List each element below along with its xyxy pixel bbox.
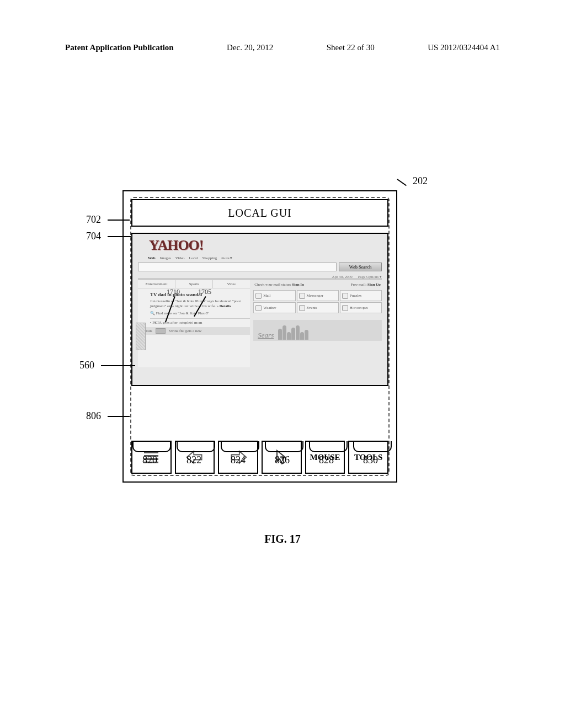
ref-560: 560	[79, 360, 94, 371]
sign-in-link[interactable]: Sign In	[292, 282, 304, 287]
tab-shopping[interactable]: Shopping	[202, 256, 217, 260]
page-header: Patent Application Publication Dec. 20, …	[65, 43, 500, 52]
yahoo-logo[interactable]: YAHOO!	[149, 237, 382, 254]
mail-status-label: Check your mail status:	[254, 282, 291, 287]
weather-icon	[255, 305, 262, 311]
ad-banner[interactable]: Sears	[253, 320, 382, 341]
brace-830	[353, 441, 392, 452]
ref-806: 806	[86, 410, 101, 422]
ad-silhouette-icon	[278, 325, 308, 340]
horoscopes-icon	[342, 305, 348, 311]
pub-sheet: Sheet 22 of 30	[327, 43, 375, 52]
brace-824	[221, 441, 259, 452]
ref-702: 702	[86, 214, 101, 226]
leader-704	[108, 236, 131, 237]
leader-806	[108, 416, 130, 417]
footer-thumb-icon	[156, 328, 166, 334]
story-footer: Details Swine flu' gets a new	[138, 327, 250, 335]
local-gui-titlebar: LOCAL GUI	[131, 199, 388, 227]
events-icon	[299, 305, 305, 311]
ref-828: 828	[319, 454, 334, 466]
services-column: Check your mail status: Sign In Free mai…	[253, 280, 382, 367]
figure-label: FIG. 17	[0, 533, 565, 545]
puzzles-icon	[342, 293, 348, 299]
ref-1710: 1710	[167, 288, 180, 296]
free-mail-label: Free mail:	[351, 282, 367, 287]
brace-828	[309, 441, 348, 452]
web-search-button[interactable]: Web Search	[339, 263, 382, 271]
tab-web[interactable]: Web	[148, 256, 156, 260]
yahoo-search-tabs[interactable]: Web Images Video Local Shopping more ▾	[148, 256, 387, 260]
brace-822	[177, 441, 215, 452]
pub-date: Dec. 20, 2012	[227, 43, 273, 52]
leader-560	[101, 365, 135, 366]
device-frame: LOCAL GUI YAHOO! Web Images Video Local …	[122, 190, 397, 483]
ref-830: 830	[363, 454, 378, 466]
page-options-link[interactable]: Page Options ▾	[358, 275, 382, 277]
messenger-icon	[299, 293, 305, 299]
tile-weather[interactable]: Weather	[253, 302, 295, 313]
story-findmore[interactable]: 🔍 Find more on "Jon & Kate Plus 8"	[150, 311, 247, 316]
ref-1705: 1705	[198, 288, 211, 296]
ref-202: 202	[413, 175, 428, 187]
mail-icon	[255, 293, 262, 299]
tile-mail[interactable]: Mail	[253, 290, 295, 301]
news-column: Entertainment Sports Video TV dad in pho…	[138, 280, 250, 367]
search-input[interactable]	[138, 263, 337, 271]
tile-events[interactable]: Events	[297, 302, 339, 313]
pub-number: US 2012/0324404 A1	[428, 43, 500, 52]
ref-826: 826	[275, 454, 290, 466]
story-details-link[interactable]: Details	[220, 304, 231, 308]
local-gui-title: LOCAL GUI	[228, 207, 291, 220]
tab-video[interactable]: Video	[175, 256, 185, 260]
brace-826	[265, 441, 303, 452]
leader-202	[397, 179, 407, 186]
header-date: Apr 30, 2009	[332, 275, 353, 277]
tab-images[interactable]: Images	[160, 256, 171, 260]
tile-puzzles[interactable]: Puzzles	[340, 290, 382, 301]
tab-local[interactable]: Local	[189, 256, 198, 260]
tile-messenger[interactable]: Messenger	[297, 290, 339, 301]
news-tab-video[interactable]: Video	[213, 280, 250, 288]
story-thumbnail	[136, 323, 146, 350]
sign-up-link[interactable]: Sign Up	[367, 282, 381, 287]
tab-more[interactable]: more ▾	[221, 256, 232, 260]
ref-820: 820	[142, 454, 157, 466]
ref-704: 704	[86, 231, 101, 242]
pub-label: Patent Application Publication	[65, 43, 174, 52]
leader-702	[108, 220, 130, 221]
ref-822: 822	[186, 454, 201, 466]
news-tab-sports[interactable]: Sports	[175, 280, 213, 288]
brace-820	[132, 441, 171, 452]
ref-824: 824	[231, 454, 246, 466]
sears-logo: Sears	[258, 331, 274, 340]
tile-horoscopes[interactable]: Horoscopes	[340, 302, 382, 313]
footer-headline[interactable]: Swine flu' gets a new	[169, 329, 202, 333]
news-tab-entertainment[interactable]: Entertainment	[138, 280, 175, 288]
